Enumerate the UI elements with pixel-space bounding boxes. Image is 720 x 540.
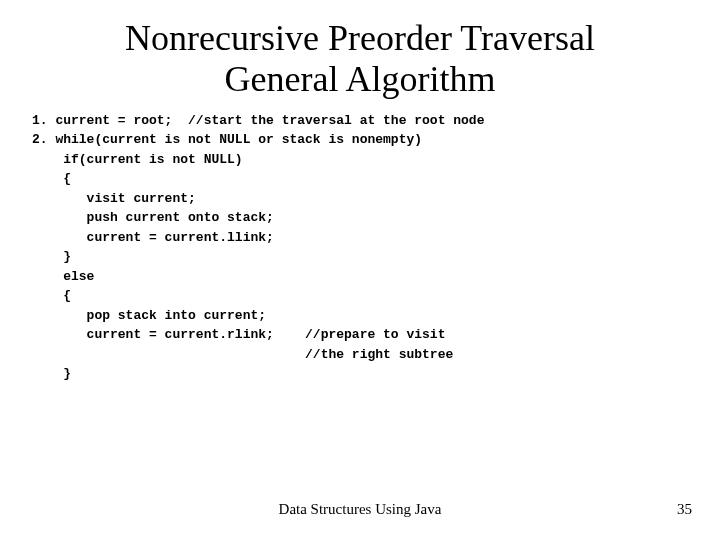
title-line-2: General Algorithm	[225, 59, 496, 99]
slide-title: Nonrecursive Preorder Traversal General …	[0, 0, 720, 101]
slide: Nonrecursive Preorder Traversal General …	[0, 0, 720, 540]
title-line-1: Nonrecursive Preorder Traversal	[125, 18, 595, 58]
page-number: 35	[677, 501, 692, 518]
footer-source: Data Structures Using Java	[0, 501, 720, 518]
algorithm-code: 1. current = root; //start the traversal…	[0, 101, 720, 384]
